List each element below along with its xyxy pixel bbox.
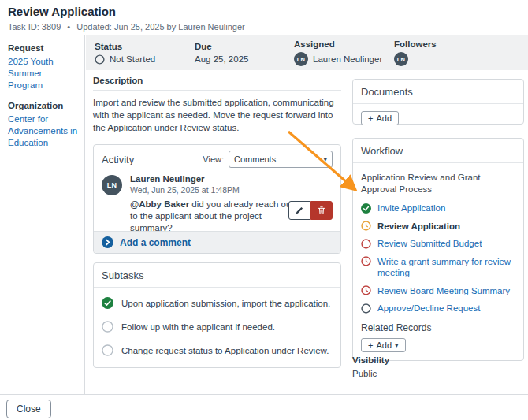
plus-icon: + bbox=[368, 113, 373, 123]
empty-circle-icon[interactable] bbox=[102, 344, 113, 356]
assigned-column: Assigned LN Lauren Neulinger bbox=[294, 39, 394, 66]
subtasks-card: Subtasks Upon application submission, im… bbox=[93, 262, 341, 368]
documents-body: + Add bbox=[353, 104, 523, 132]
activity-heading: Activity bbox=[102, 154, 203, 165]
view-select-value: Comments bbox=[234, 154, 323, 164]
documents-heading: Documents bbox=[353, 80, 523, 104]
task-meta: Task ID: 3809 • Updated: Jun 25, 2025 by… bbox=[8, 22, 249, 32]
description-heading: Description bbox=[93, 76, 341, 91]
followers-value: LN bbox=[394, 52, 437, 66]
followers-column: Followers LN bbox=[394, 39, 437, 66]
documents-card: Documents + Add bbox=[352, 79, 524, 125]
activity-header: Activity View: Comments ▾ bbox=[94, 145, 340, 173]
status-bar: Status Not Started Due Aug 25, 2025 Assi… bbox=[86, 35, 528, 70]
task-id: Task ID: 3809 bbox=[8, 22, 61, 32]
assigned-label: Assigned bbox=[294, 39, 394, 49]
workflow-step: Review Board Meeting Summary bbox=[361, 285, 515, 297]
edit-comment-button[interactable] bbox=[288, 201, 310, 220]
subtasks-heading: Subtasks bbox=[94, 263, 340, 288]
task-detail-modal: Review Application Task ID: 3809 • Updat… bbox=[0, 0, 528, 420]
request-link[interactable]: 2025 Youth Summer Program bbox=[8, 56, 78, 91]
comment-mention: @Abby Baker bbox=[130, 199, 189, 209]
workflow-process-title: Application Review and Grant Approval Pr… bbox=[361, 172, 515, 195]
chevron-right-circle-icon bbox=[102, 236, 113, 248]
view-label: View: bbox=[203, 154, 224, 164]
modal-header: Review Application Task ID: 3809 • Updat… bbox=[0, 0, 528, 35]
workflow-body: Application Review and Grant Approval Pr… bbox=[353, 163, 523, 352]
add-document-label: Add bbox=[376, 113, 392, 123]
follower-avatar: LN bbox=[394, 52, 408, 66]
workflow-heading: Workflow bbox=[353, 139, 523, 163]
visibility-section: Visibility Public bbox=[352, 355, 389, 378]
footer-divider bbox=[0, 394, 528, 395]
delete-comment-button[interactable] bbox=[310, 201, 333, 220]
workflow-step: Review Submitted Budget bbox=[361, 238, 515, 250]
subtask-label: Upon application submission, import the … bbox=[121, 299, 330, 308]
due-label: Due bbox=[195, 42, 294, 51]
left-sidebar: Request 2025 Youth Summer Program Organi… bbox=[0, 35, 85, 394]
workflow-step: Invite Application bbox=[361, 203, 515, 214]
subtasks-list: Upon application submission, import the … bbox=[94, 288, 340, 356]
workflow-step: Review Application bbox=[361, 221, 515, 232]
meta-separator: • bbox=[67, 22, 70, 32]
workflow-card: Workflow Application Review and Grant Ap… bbox=[352, 138, 524, 361]
workflow-step-link[interactable]: Write a grant summary for review meeting bbox=[377, 256, 515, 279]
view-select[interactable]: Comments ▾ bbox=[229, 151, 333, 168]
empty-circle-icon bbox=[361, 303, 371, 314]
clock-icon bbox=[361, 256, 371, 266]
due-value: Aug 25, 2025 bbox=[195, 54, 294, 64]
subtask-label: Change request status to Application und… bbox=[121, 346, 329, 355]
visibility-label: Visibility bbox=[352, 355, 389, 365]
comment-item: LN Lauren Neulinger Wed, Jun 25, 2025 at… bbox=[94, 173, 340, 234]
close-button[interactable]: Close bbox=[6, 400, 51, 418]
add-related-record-button[interactable]: + Add ▾ bbox=[361, 338, 406, 352]
page-title: Review Application bbox=[8, 5, 116, 18]
due-column: Due Aug 25, 2025 bbox=[195, 42, 294, 64]
empty-circle-icon[interactable] bbox=[102, 321, 113, 333]
trash-icon bbox=[317, 206, 326, 215]
request-label: Request bbox=[8, 43, 78, 53]
status-not-started-icon bbox=[95, 54, 105, 65]
comment-avatar: LN bbox=[102, 175, 122, 195]
workflow-steps: Invite Application Review Application Re… bbox=[361, 203, 515, 314]
check-circle-icon bbox=[361, 203, 371, 214]
comment-author: Lauren Neulinger bbox=[130, 174, 333, 184]
check-circle-icon[interactable] bbox=[102, 297, 113, 309]
add-document-button[interactable]: + Add bbox=[361, 111, 399, 125]
status-label: Status bbox=[95, 42, 195, 51]
workflow-step-current: Review Application bbox=[377, 221, 460, 232]
related-records-actions: + Add ▾ bbox=[361, 337, 515, 352]
workflow-step-link[interactable]: Review Submitted Budget bbox=[377, 238, 482, 250]
clock-icon bbox=[361, 285, 371, 295]
status-text: Not Started bbox=[110, 54, 155, 64]
description-section: Description Import and review the submit… bbox=[93, 76, 341, 134]
status-value: Not Started bbox=[95, 54, 195, 65]
chevron-down-icon: ▾ bbox=[323, 155, 327, 163]
add-comment-label: Add a comment bbox=[120, 237, 191, 248]
activity-card: Activity View: Comments ▾ LN Lauren Neul… bbox=[93, 144, 341, 254]
subtask-row: Follow up with the applicant if needed. bbox=[102, 321, 333, 333]
organization-label: Organization bbox=[8, 101, 78, 110]
clock-icon bbox=[361, 221, 371, 231]
workflow-step: Write a grant summary for review meeting bbox=[361, 256, 515, 279]
description-body: Import and review the submitted applicat… bbox=[93, 96, 341, 134]
related-records-label: Related Records bbox=[361, 322, 515, 333]
workflow-step-link[interactable]: Approve/Decline Request bbox=[377, 303, 480, 314]
workflow-step: Approve/Decline Request bbox=[361, 303, 515, 314]
updated-text: Updated: Jun 25, 2025 by Lauren Neulinge… bbox=[76, 22, 244, 32]
assigned-value: LN Lauren Neulinger bbox=[294, 52, 394, 66]
comment-text: @Abby Baker did you already reach out to… bbox=[130, 199, 299, 234]
comment-timestamp: Wed, Jun 25, 2025 at 1:48PM bbox=[130, 185, 333, 195]
subtask-row: Upon application submission, import the … bbox=[102, 297, 333, 309]
add-comment-button[interactable]: Add a comment bbox=[94, 231, 340, 253]
pencil-icon bbox=[295, 206, 304, 215]
chevron-down-icon: ▾ bbox=[395, 341, 399, 349]
workflow-step-link[interactable]: Review Board Meeting Summary bbox=[377, 285, 510, 297]
add-related-record-label: Add bbox=[376, 340, 392, 350]
status-column: Status Not Started bbox=[95, 42, 195, 65]
followers-label: Followers bbox=[394, 39, 437, 49]
subtask-label: Follow up with the applicant if needed. bbox=[121, 322, 275, 332]
assigned-name: Lauren Neulinger bbox=[313, 54, 382, 64]
workflow-step-link[interactable]: Invite Application bbox=[377, 203, 445, 214]
organization-link[interactable]: Center for Advancements in Education bbox=[8, 113, 78, 149]
